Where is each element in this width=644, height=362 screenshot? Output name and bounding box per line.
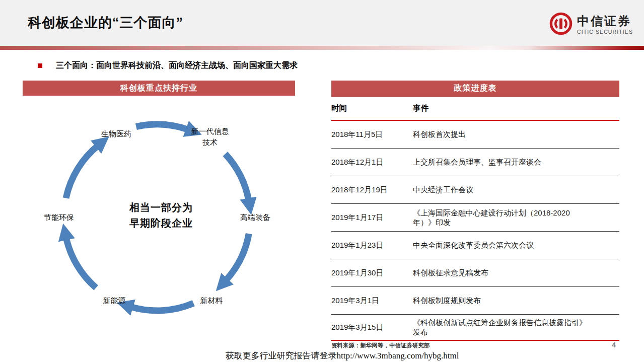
policy-panel-title: 政策进度表 [331,81,619,97]
cycle-center-caption: 相当一部分为 早期阶段企业 [129,200,193,231]
page-number: 4 [612,341,616,349]
arrow-equipment-to-materials-icon [225,234,249,281]
arrow-green-to-bio-icon [66,145,99,198]
table-row: 2018年11月5日 科创板首次提出 [331,120,619,149]
industries-panel-title: 科创板重点扶持行业 [23,81,295,96]
cell-date: 2019年1月17日 [331,204,413,232]
citic-emblem-icon [549,12,573,37]
column-header-event: 事件 [413,97,619,120]
table-row: 2019年1月30日 科创板征求意见稿发布 [331,259,619,287]
policy-table-header-row: 时间 事件 [331,97,619,120]
cell-event: 科创板首次提出 [413,120,619,149]
cell-date: 2018年12月19日 [331,176,413,204]
industry-label-biomedicine: 生物医药 [101,129,131,139]
center-caption-line1: 相当一部分为 [129,200,193,215]
page-title: 科创板企业的“三个面向” [28,14,183,32]
cell-date: 2019年3月15日 [331,315,413,341]
cell-event-text: 上交所召集会员理事、监事召开座谈会 [413,157,541,167]
industry-label-energy-saving: 节能环保 [44,213,74,223]
bullet-text: 三个面向：面向世界科技前沿、面向经济主战场、面向国家重大需求 [56,60,298,71]
cell-event-text: 中央经济工作会议 [413,185,473,195]
cell-event-text: 科创板首次提出 [413,129,466,139]
cell-event-text: 科创板征求意见稿发布 [413,268,488,278]
bullet-square-icon [38,63,42,68]
cell-event: 科创板制度规则发布 [413,287,619,315]
cell-event: 中央经济工作会议 [413,176,619,204]
cell-event-text: 《上海国际金融中心建设行动计划（2018-2020年）》印发 [413,208,588,228]
cell-event-text: 中央全面深化改革委员会第六次会议 [413,240,534,250]
cell-date: 2019年1月23日 [331,232,413,259]
watermark-url-text: 获取更多行业研究报告请登录http://www.3mbang.com/hybg.… [0,350,644,361]
logo-name-en: CITIC SECURITIES [577,29,633,35]
arrow-it-to-equipment-icon [225,154,249,201]
table-row: 2019年1月17日 《上海国际金融中心建设行动计划（2018-2020年）》印… [331,204,619,232]
table-row: 2018年12月19日 中央经济工作会议 [331,176,619,204]
industry-label-new-energy: 新能源 [103,296,126,306]
cell-event: 《上海国际金融中心建设行动计划（2018-2020年）》印发 [413,204,619,232]
industry-label-high-end-equipment: 高端装备 [240,213,270,223]
title-divider-bar [0,46,644,50]
arrow-materials-to-energy-icon [130,303,193,311]
slide: 科创板企业的“三个面向” 中信证券 CITIC SECURITIES 三个面向：… [0,0,644,362]
logo-text-block: 中信证券 CITIC SECURITIES [577,15,633,34]
column-header-date: 时间 [331,97,413,120]
cell-event-text: 《科创板创新试点红筹企业财务报告信息披露指引》发布 [413,318,588,337]
cell-event-text: 科创板制度规则发布 [413,296,481,306]
cell-date: 2018年11月5日 [331,120,413,149]
arrow-energy-to-green-icon [66,237,96,288]
table-row: 2019年3月15日 《科创板创新试点红筹企业财务报告信息披露指引》发布 [331,315,619,341]
cell-event: 中央全面深化改革委员会第六次会议 [413,232,619,259]
source-note: 资料来源：新华网等，中信证券研究部 [331,342,430,349]
table-row: 2018年12月1日 上交所召集会员理事、监事召开座谈会 [331,149,619,176]
header-band: 科创板企业的“三个面向” 中信证券 CITIC SECURITIES [0,0,644,46]
industry-label-next-gen-it: 新一代信息技术 [189,126,231,148]
cell-date: 2019年3月1日 [331,287,413,315]
table-row: 2019年3月1日 科创板制度规则发布 [331,287,619,315]
cell-date: 2018年12月1日 [331,149,413,176]
center-caption-line2: 早期阶段企业 [129,215,193,231]
policy-panel: 政策进度表 时间 事件 2018年11月5日 科创板首次提出 2018年12月1… [331,81,619,341]
policy-table: 时间 事件 2018年11月5日 科创板首次提出 2018年12月1日 上交所召… [331,97,619,341]
industry-label-new-materials: 新材料 [200,296,223,306]
citic-logo: 中信证券 CITIC SECURITIES [549,12,633,37]
industry-cycle-diagram: 生物医药 新一代信息技术 高端装备 新材料 新能源 节能环保 相当一部分为 早期… [23,96,295,335]
cell-event: 科创板征求意见稿发布 [413,259,619,287]
cell-date: 2019年1月30日 [331,259,413,287]
table-row: 2019年1月23日 中央全面深化改革委员会第六次会议 [331,232,619,259]
cell-event: 《科创板创新试点红筹企业财务报告信息披露指引》发布 [413,315,619,341]
bullet-row: 三个面向：面向世界科技前沿、面向经济主战场、面向国家重大需求 [38,60,298,71]
arrow-bio-to-it-icon [136,124,189,130]
industries-panel: 科创板重点扶持行业 生物医药 新一代信息技术 高端装 [23,81,295,335]
cell-event: 上交所召集会员理事、监事召开座谈会 [413,149,619,176]
logo-name-cn: 中信证券 [577,15,633,28]
